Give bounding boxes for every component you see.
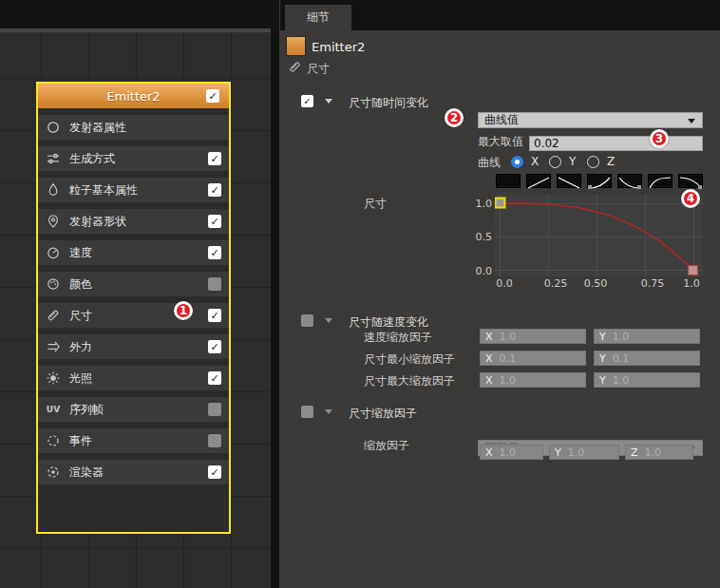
checkbox[interactable] [208,465,221,479]
axis-y-label: Y [569,155,576,168]
curve-end-handle [689,266,698,275]
panel-item-color[interactable]: 颜色 [38,272,229,296]
checkbox[interactable] [208,277,221,291]
panel-item-label: 速度 [69,245,92,261]
speed-scale-y-field[interactable]: Y 1.0 [594,329,700,344]
panel-divider[interactable] [271,0,280,588]
panel-item-velocity[interactable]: 速度 [38,240,229,265]
panel-item-label: 生成方式 [69,151,115,167]
ruler-icon [288,60,302,78]
checkbox[interactable] [208,340,221,353]
events-icon [46,433,61,448]
preset-fast-up-button[interactable] [648,174,673,188]
min-scale-label: 尺寸最小缩放因子 [364,351,455,368]
panel-item-label: 粒子基本属性 [69,182,138,199]
panel-item-particle-basic[interactable]: 粒子基本属性 [38,178,229,202]
checkbox[interactable] [208,403,221,416]
axis-y-radio[interactable] [549,156,561,168]
emitter-enabled-checkbox[interactable] [206,89,219,103]
collapse-triangle-icon[interactable] [325,318,332,323]
checkbox[interactable] [208,246,221,259]
checkbox[interactable] [208,434,221,447]
panel-item-events[interactable]: 事件 [38,428,229,453]
preset-ease-in-up-button[interactable] [587,174,612,188]
x-tick-025: 0.25 [540,277,572,290]
checkbox[interactable] [208,183,221,197]
collapse-triangle-icon[interactable] [325,409,332,414]
preset-slow-down-button[interactable] [678,174,703,188]
preset-linear-up-button[interactable] [526,174,551,188]
panel-item-emitter-properties[interactable]: 发射器属性 [38,115,229,140]
panel-item-label: 颜色 [69,276,92,293]
checkbox[interactable] [208,215,221,228]
size-scale-checkbox[interactable] [301,406,313,418]
annotation-badge-2: 2 [445,108,464,127]
size-by-speed-checkbox[interactable] [301,314,313,327]
panel-item-label: 发射器形状 [69,214,126,230]
ruler-icon [46,308,61,323]
panel-item-sequence-frames[interactable]: UV 序列帧 [38,397,229,422]
axis-x-radio[interactable] [511,156,523,168]
y-tick-1: 1.0 [465,198,492,210]
details-property-label: 尺寸 [307,61,330,77]
panel-item-label: 外力 [69,339,92,355]
emitter-panel: Emitter2 发射器属性 生成方式 [36,82,231,534]
collapse-triangle-icon[interactable] [325,99,332,104]
max-value-input[interactable] [529,136,703,151]
emitter-title: Emitter2 [106,89,160,104]
min-scale-x-field[interactable]: X 0.1 [480,351,586,366]
x-tick-050: 0.50 [579,277,612,290]
annotation-badge-4: 4 [681,189,700,208]
x-tick-1: 1.0 [675,277,708,290]
panel-item-external-force[interactable]: 外力 [38,334,229,359]
viewport-canvas[interactable]: Emitter2 发射器属性 生成方式 [0,0,271,588]
speed-scale-label: 速度缩放因子 [364,330,432,346]
panel-item-emitter-shape[interactable]: 发射器形状 [38,209,229,234]
scale-z-field[interactable]: Z 1.0 [625,445,693,460]
preset-constant-button[interactable] [496,174,521,188]
checkbox[interactable] [208,309,221,322]
panel-item-renderer[interactable]: 渲染器 [38,460,229,484]
size-by-speed-label: 尺寸随速度变化 [349,314,428,331]
scale-x-field[interactable]: X 1.0 [480,445,543,460]
curve-mode-dropdown[interactable]: 曲线值 [478,112,703,128]
emitter-color-swatch[interactable] [286,36,306,56]
axis-z-radio[interactable] [587,156,599,168]
size-over-time-label: 尺寸随时间变化 [349,95,428,111]
panel-item-label: 尺寸 [69,308,92,324]
axis-z-label: Z [607,155,615,168]
details-tabbar: 细节 [280,0,720,30]
panel-item-lighting[interactable]: 光照 [38,366,229,390]
panel-item-label: 事件 [69,433,92,449]
checkbox[interactable] [208,152,221,165]
curve-graph[interactable] [495,195,703,280]
size-over-time-checkbox[interactable] [301,95,313,107]
max-scale-x-field[interactable]: X 1.0 [480,372,586,388]
force-arrow-icon [46,339,61,354]
annotation-badge-1: 1 [174,301,193,320]
viewport-topbar [0,0,271,28]
speed-scale-x-field[interactable]: X 1.0 [480,329,586,344]
sliders-icon [46,151,61,166]
panel-item-label: 光照 [69,370,92,387]
details-emitter-name: Emitter2 [312,40,365,54]
tab-details[interactable]: 细节 [285,5,351,30]
particle-editor-screen: Emitter2 发射器属性 生成方式 [0,0,720,588]
panel-item-spawn-mode[interactable]: 生成方式 [38,146,229,171]
panel-item-size[interactable]: 尺寸 [38,303,229,328]
preset-linear-down-button[interactable] [557,174,581,188]
x-tick-0: 0.0 [488,277,521,290]
curve-start-handle [496,199,505,208]
curve-axis-label: 曲线 [478,155,501,171]
min-scale-y-field[interactable]: Y 0.1 [594,351,700,366]
max-scale-label: 尺寸最大缩放因子 [364,373,455,389]
scale-y-field[interactable]: Y 1.0 [549,445,619,460]
max-scale-y-field[interactable]: Y 1.0 [594,372,700,388]
emitter-panel-header[interactable]: Emitter2 [38,84,229,108]
scale-factor-label: 缩放因子 [364,438,409,454]
palette-icon [46,276,61,292]
panel-item-label: 发射器属性 [69,120,126,136]
checkbox[interactable] [208,371,221,385]
circle-icon [46,120,61,135]
preset-ease-out-down-button[interactable] [617,174,642,188]
